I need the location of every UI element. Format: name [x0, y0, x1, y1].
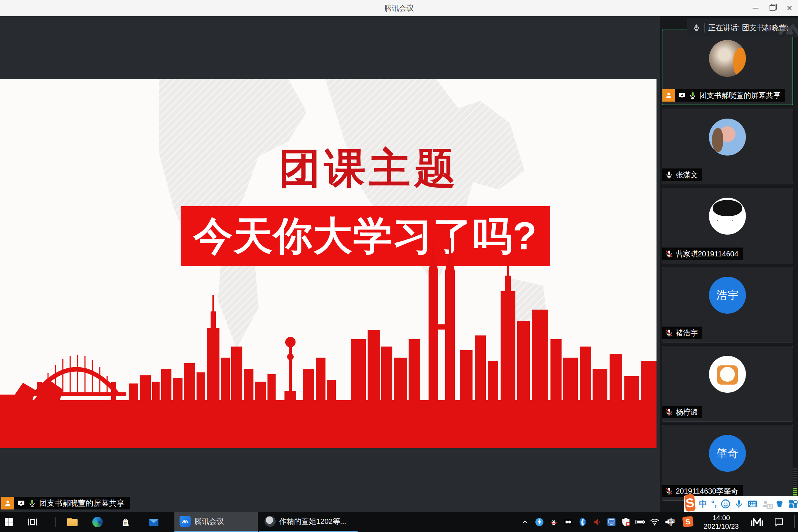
intel-graphics-icon[interactable]: [607, 517, 616, 527]
restore-button[interactable]: [764, 0, 781, 16]
banner-divider: [704, 23, 705, 33]
skin-icon[interactable]: [775, 499, 784, 508]
wifi-icon[interactable]: [650, 517, 659, 527]
person-icon: [4, 499, 12, 507]
voice-input-icon[interactable]: [734, 499, 743, 508]
avatar: [709, 356, 746, 393]
participant-name: 团支书郝晓萱的屏幕共享: [699, 91, 781, 100]
participant-name: 曹家琪2019114604: [676, 249, 739, 259]
mic-muted-icon: [665, 408, 673, 416]
close-button[interactable]: [781, 0, 798, 16]
taskbar-clock[interactable]: 14:00 2021/10/23: [698, 512, 744, 532]
panel-scrollbar[interactable]: [793, 468, 797, 497]
participant-tile[interactable]: 肇奇 2019114630李肇奇: [662, 425, 793, 501]
mic-on-icon: [665, 171, 673, 179]
participant-name: 杨柠潞: [676, 407, 698, 417]
minimize-button[interactable]: [747, 0, 764, 16]
mic-muted-icon: [665, 329, 673, 337]
shared-screen-area: 团课主题 今天你大学习了吗?: [0, 16, 660, 512]
bluetooth-icon[interactable]: [578, 517, 587, 527]
mail-button[interactable]: [145, 512, 163, 532]
screen-share-icon: [678, 91, 686, 99]
sogou-input-toolbar: S 中 °, 12: [684, 496, 798, 512]
media-app-icon[interactable]: [563, 517, 573, 527]
presenter-badge: [662, 89, 675, 102]
participant-tile[interactable]: 浩宇 褚浩宇: [662, 267, 793, 342]
passport-badge: 12: [767, 504, 773, 509]
input-language-indicator[interactable]: 中: [667, 512, 675, 532]
participant-tile[interactable]: 曹家琪2019114604: [662, 188, 793, 263]
sogou-tray-icon[interactable]: S: [682, 516, 694, 528]
system-tray: [520, 512, 674, 532]
action-center-icon[interactable]: [774, 512, 784, 532]
clock-date: 2021/10/23: [703, 522, 739, 531]
participant-name: 张潇文: [676, 170, 698, 180]
avatar: [709, 198, 746, 235]
desktop: 腾讯会议 团课主题: [0, 0, 798, 532]
presenter-badge: [1, 497, 14, 509]
participant-name: 褚浩宇: [676, 328, 698, 338]
avatar: 浩宇: [709, 277, 746, 314]
avatar: 肇奇: [709, 435, 746, 472]
input-mode-chinese[interactable]: 中: [699, 498, 707, 509]
share-overlay-text: 团支书郝晓萱的屏幕共享: [39, 498, 125, 508]
thunder-app-icon[interactable]: [535, 517, 544, 527]
qq-icon[interactable]: [549, 517, 559, 527]
mic-on-icon: [28, 499, 36, 507]
passport-icon[interactable]: 12: [762, 499, 771, 508]
screen-share-indicator: 团支书郝晓萱的屏幕共享: [1, 497, 130, 509]
avatar: [709, 119, 746, 156]
edge-browser-button[interactable]: [89, 512, 106, 532]
toolbox-icon[interactable]: [788, 499, 798, 509]
taskbar-app-label: 腾讯会议: [194, 516, 224, 526]
avatar-initials: 肇奇: [716, 446, 739, 461]
windows-taskbar: 腾讯会议 作精的萱姐1202等...: [0, 512, 798, 532]
file-explorer-button[interactable]: [64, 512, 81, 532]
defender-icon[interactable]: [621, 517, 631, 527]
battery-icon[interactable]: [635, 517, 645, 527]
speaking-indicator-banner: 正在讲话: 团支书郝晓萱;: [687, 18, 798, 37]
mic-icon: [692, 24, 700, 32]
mic-muted-icon: [665, 487, 673, 495]
show-desktop-button[interactable]: [794, 515, 795, 528]
taskbar-app-label: 作精的萱姐1202等...: [279, 516, 346, 526]
tray-expand-icon[interactable]: [520, 517, 530, 527]
screen-share-icon: [17, 499, 25, 507]
participant-name: 2019114630李肇奇: [676, 486, 739, 496]
start-button[interactable]: [0, 512, 18, 532]
tencent-meeting-icon: [180, 516, 191, 527]
window-titlebar: 腾讯会议: [0, 0, 798, 16]
taskbar-divider: [55, 517, 56, 527]
participants-panel: 正在讲话: 团支书郝晓萱;: [660, 16, 798, 512]
keyboard-icon[interactable]: [747, 500, 758, 508]
chat-avatar: [265, 516, 276, 527]
mic-on-icon: [689, 91, 697, 99]
m-logo-tray-icon[interactable]: [750, 512, 764, 532]
participant-tile[interactable]: 团支书郝晓萱的屏幕共享: [662, 30, 793, 105]
task-view-button[interactable]: [24, 512, 41, 532]
participant-tile[interactable]: 张潇文: [662, 109, 793, 184]
city-skyline-graphic: [0, 236, 657, 448]
punctuation-icon[interactable]: °,: [711, 499, 717, 509]
person-icon: [665, 91, 673, 99]
sogou-logo-icon[interactable]: S: [684, 494, 696, 512]
avatar-initials: 浩宇: [716, 288, 739, 303]
audio-app-icon[interactable]: [592, 517, 602, 527]
slide-title: 团课主题: [279, 141, 459, 197]
presentation-slide: 团课主题 今天你大学习了吗?: [0, 79, 657, 448]
window-title: 腾讯会议: [0, 0, 798, 16]
participant-tile[interactable]: 杨柠潞: [662, 346, 793, 422]
mic-muted-icon: [665, 250, 673, 258]
meeting-logo-watermark: [777, 20, 798, 36]
clock-time: 14:00: [712, 514, 730, 522]
taskbar-app-tencent-meeting[interactable]: 腾讯会议: [174, 512, 258, 532]
avatar: [709, 40, 746, 77]
microsoft-store-button[interactable]: [117, 512, 134, 532]
taskbar-app-wechat-group[interactable]: 作精的萱姐1202等...: [259, 512, 358, 532]
emoji-icon[interactable]: [721, 499, 730, 509]
